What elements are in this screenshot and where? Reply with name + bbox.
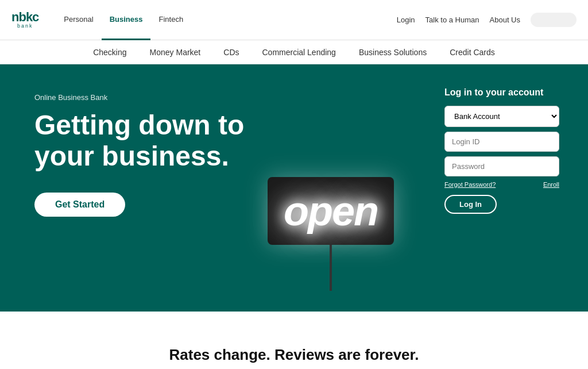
nav-sections: Personal Business Fintech bbox=[56, 0, 191, 40]
top-navigation: nbkc bank Personal Business Fintech Logi… bbox=[0, 0, 588, 40]
top-nav-right: Login Talk to a Human About Us bbox=[397, 13, 577, 27]
login-panel-title: Log in to your account bbox=[444, 87, 559, 98]
sign-cord bbox=[330, 245, 332, 291]
subnav-credit-cards[interactable]: Credit Cards bbox=[450, 48, 495, 57]
about-us-link[interactable]: About Us bbox=[490, 16, 520, 24]
subnav-cds[interactable]: CDs bbox=[223, 48, 239, 57]
hero-section: Online Business Bank Getting down to you… bbox=[0, 64, 588, 312]
hero-title: Getting down to your business. bbox=[34, 110, 253, 172]
bottom-tagline: Rates change. Reviews are forever. bbox=[11, 346, 577, 364]
forgot-password-link[interactable]: Forgot Password? bbox=[444, 181, 496, 188]
account-type-select[interactable]: Bank Account Investment Account bbox=[444, 106, 559, 127]
top-nav-left: nbkc bank Personal Business Fintech bbox=[11, 0, 191, 40]
password-input[interactable] bbox=[444, 156, 559, 176]
login-id-input[interactable] bbox=[444, 132, 559, 152]
enroll-link[interactable]: Enroll bbox=[543, 181, 559, 188]
get-started-button[interactable]: Get Started bbox=[34, 193, 125, 217]
log-in-button[interactable]: Log In bbox=[444, 195, 497, 214]
subnav-checking[interactable]: Checking bbox=[93, 48, 126, 57]
login-links: Forgot Password? Enroll bbox=[444, 181, 559, 188]
nav-fintech[interactable]: Fintech bbox=[150, 0, 191, 40]
nav-personal[interactable]: Personal bbox=[56, 0, 101, 40]
nav-business[interactable]: Business bbox=[102, 0, 151, 40]
login-panel: Log in to your account Bank Account Inve… bbox=[444, 87, 559, 214]
login-link[interactable]: Login bbox=[397, 16, 415, 24]
logo[interactable]: nbkc bank bbox=[11, 11, 38, 29]
bottom-section: Rates change. Reviews are forever. bbox=[0, 312, 588, 369]
talk-to-human-link[interactable]: Talk to a Human bbox=[425, 16, 479, 24]
logo-sub: bank bbox=[17, 24, 33, 29]
logo-text: nbkc bbox=[11, 11, 38, 24]
subnav-business-solutions[interactable]: Business Solutions bbox=[359, 48, 427, 57]
search-input[interactable] bbox=[531, 13, 577, 27]
subnav-commercial-lending[interactable]: Commercial Lending bbox=[262, 48, 336, 57]
subnav-money-market[interactable]: Money Market bbox=[150, 48, 201, 57]
sub-navigation: Checking Money Market CDs Commercial Len… bbox=[0, 40, 588, 64]
